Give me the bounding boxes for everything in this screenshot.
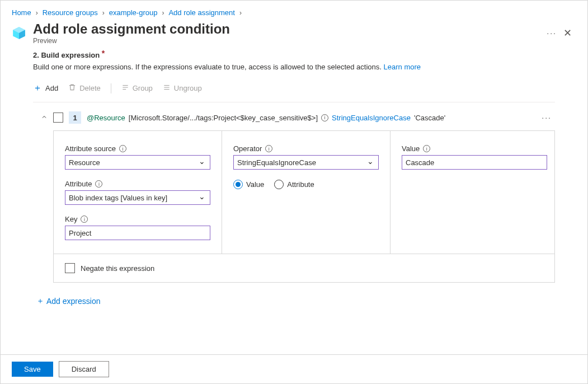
page-subtitle: Preview [33,37,540,45]
attribute-source-label: Attribute source i [65,144,210,153]
expression-toolbar: ＋ Add Delete Group Ungroup [33,81,555,102]
more-actions-icon[interactable]: ··· [547,29,557,38]
footer: Save Discard [1,354,587,383]
expression-form: Attribute source i Resource Attribute i … [53,130,555,254]
attribute-source-select[interactable]: Resource [65,155,210,170]
negate-bar: Negate this expression [53,254,555,283]
discard-button[interactable]: Discard [59,361,109,377]
breadcrumb: Home › Resource groups › example-group ›… [1,1,587,17]
toolbar-separator [111,83,111,93]
crumb-example-group[interactable]: example-group [109,8,158,17]
ungroup-icon [163,83,171,93]
info-icon[interactable]: i [119,145,126,152]
close-icon[interactable]: ✕ [563,27,572,39]
page-header: Add role assignment condition Preview ··… [1,17,587,45]
resource-group-icon [12,26,26,40]
operator-select[interactable]: StringEqualsIgnoreCase [233,155,379,170]
required-indicator: * [102,49,105,58]
chevron-right-icon: › [239,9,242,17]
chevron-right-icon: › [36,9,38,17]
expression-checkbox[interactable] [53,113,63,123]
value-input[interactable]: Cascade [402,155,547,170]
key-input[interactable]: Project [65,226,210,240]
info-icon[interactable]: i [95,180,102,188]
operator-label: Operator i [233,144,379,153]
expression-index: 1 [69,111,81,124]
add-expression-button[interactable]: ＋ Add expression [33,283,555,306]
radio-value[interactable]: Value [233,180,264,189]
delete-button: Delete [68,83,101,93]
learn-more-link[interactable]: Learn more [384,63,421,71]
plus-icon: ＋ [36,296,44,306]
page-title: Add role assignment condition [33,21,540,37]
crumb-home[interactable]: Home [12,8,31,17]
chevron-right-icon: › [162,9,164,17]
chevron-right-icon: › [102,9,105,17]
expression-resource: @Resource [87,114,125,122]
crumb-resource-groups[interactable]: Resource groups [43,8,98,17]
negate-label: Negate this expression [81,264,154,273]
expression-row: 1 @Resource[Microsoft.Storage/.../tags:P… [33,102,555,130]
ungroup-button: Ungroup [163,83,202,93]
plus-icon: ＋ [33,82,42,94]
attribute-label: Attribute i [65,180,210,188]
section-heading: 2. Build expression * [33,50,555,59]
group-icon [121,83,129,93]
info-icon[interactable]: i [265,145,272,152]
save-button[interactable]: Save [12,362,53,377]
info-icon[interactable]: i [81,216,88,223]
key-label: Key i [65,215,210,223]
section-description: Build one or more expressions. If the ex… [33,63,555,71]
expression-operator-link[interactable]: StringEqualsIgnoreCase [332,114,411,122]
radio-attribute[interactable]: Attribute [274,180,314,189]
value-label: Value i [402,144,547,153]
info-icon[interactable]: i [321,114,328,121]
group-button: Group [121,83,153,93]
info-icon[interactable]: i [423,145,430,152]
crumb-add-role-assignment[interactable]: Add role assignment [168,8,235,17]
add-button[interactable]: ＋ Add [33,82,58,94]
trash-icon [68,83,76,93]
operand-type-radio-group: Value Attribute [233,180,379,189]
attribute-select[interactable]: Blob index tags [Values in key] [65,190,210,205]
collapse-toggle[interactable] [41,114,48,122]
negate-checkbox[interactable] [65,263,75,273]
row-more-icon[interactable]: ··· [542,113,555,122]
expression-text: @Resource[Microsoft.Storage/.../tags:Pro… [87,114,445,122]
